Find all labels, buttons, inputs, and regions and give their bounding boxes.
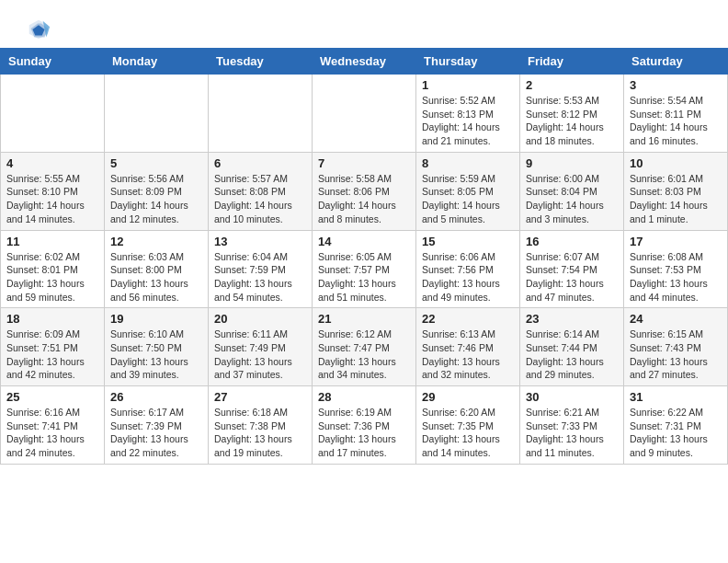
day-number: 23 [526, 312, 618, 326]
day-info: Sunrise: 5:56 AM Sunset: 8:09 PM Dayligh… [110, 172, 202, 226]
calendar-cell: 7Sunrise: 5:58 AM Sunset: 8:06 PM Daylig… [313, 152, 416, 230]
logo [22, 17, 51, 37]
logo-icon [26, 17, 51, 42]
calendar-cell: 26Sunrise: 6:17 AM Sunset: 7:39 PM Dayli… [105, 386, 209, 465]
day-info: Sunrise: 6:18 AM Sunset: 7:38 PM Dayligh… [214, 406, 306, 460]
day-number: 1 [422, 78, 514, 92]
day-number: 24 [630, 312, 722, 326]
calendar-cell: 8Sunrise: 5:59 AM Sunset: 8:05 PM Daylig… [416, 152, 520, 230]
calendar-cell: 13Sunrise: 6:04 AM Sunset: 7:59 PM Dayli… [209, 230, 313, 308]
calendar-cell [1, 75, 105, 153]
day-number: 13 [214, 235, 306, 248]
calendar-cell: 4Sunrise: 5:55 AM Sunset: 8:10 PM Daylig… [1, 152, 105, 230]
calendar-cell: 3Sunrise: 5:54 AM Sunset: 8:11 PM Daylig… [624, 75, 728, 153]
day-number: 26 [110, 390, 202, 404]
calendar-cell: 9Sunrise: 6:00 AM Sunset: 8:04 PM Daylig… [520, 152, 624, 230]
weekday-header: Monday [105, 49, 209, 75]
calendar-cell: 11Sunrise: 6:02 AM Sunset: 8:01 PM Dayli… [1, 230, 105, 308]
day-number: 17 [630, 235, 722, 248]
day-info: Sunrise: 6:00 AM Sunset: 8:04 PM Dayligh… [526, 172, 618, 226]
calendar-week-row: 18Sunrise: 6:09 AM Sunset: 7:51 PM Dayli… [1, 308, 728, 386]
day-number: 20 [214, 312, 306, 326]
weekday-header: Friday [520, 49, 624, 75]
day-number: 30 [526, 390, 618, 404]
day-number: 9 [526, 156, 618, 170]
weekday-header: Sunday [1, 49, 105, 75]
weekday-header: Tuesday [209, 49, 313, 75]
day-info: Sunrise: 6:17 AM Sunset: 7:39 PM Dayligh… [110, 406, 202, 460]
calendar-cell: 22Sunrise: 6:13 AM Sunset: 7:46 PM Dayli… [416, 308, 520, 386]
day-number: 19 [110, 312, 202, 326]
calendar-cell: 1Sunrise: 5:52 AM Sunset: 8:13 PM Daylig… [416, 75, 520, 153]
calendar-cell: 24Sunrise: 6:15 AM Sunset: 7:43 PM Dayli… [624, 308, 728, 386]
calendar-cell: 17Sunrise: 6:08 AM Sunset: 7:53 PM Dayli… [624, 230, 728, 308]
day-number: 4 [6, 156, 98, 170]
day-info: Sunrise: 6:19 AM Sunset: 7:36 PM Dayligh… [318, 406, 410, 460]
calendar-cell: 14Sunrise: 6:05 AM Sunset: 7:57 PM Dayli… [313, 230, 416, 308]
day-number: 16 [526, 235, 618, 248]
calendar-week-row: 4Sunrise: 5:55 AM Sunset: 8:10 PM Daylig… [1, 152, 728, 230]
day-number: 22 [422, 312, 514, 326]
calendar-cell: 2Sunrise: 5:53 AM Sunset: 8:12 PM Daylig… [520, 75, 624, 153]
day-info: Sunrise: 6:02 AM Sunset: 8:01 PM Dayligh… [6, 250, 98, 304]
day-number: 7 [318, 156, 410, 170]
day-info: Sunrise: 6:20 AM Sunset: 7:35 PM Dayligh… [422, 406, 514, 460]
calendar-cell: 30Sunrise: 6:21 AM Sunset: 7:33 PM Dayli… [520, 386, 624, 465]
day-info: Sunrise: 6:01 AM Sunset: 8:03 PM Dayligh… [630, 172, 722, 226]
calendar-cell: 16Sunrise: 6:07 AM Sunset: 7:54 PM Dayli… [520, 230, 624, 308]
calendar-week-row: 25Sunrise: 6:16 AM Sunset: 7:41 PM Dayli… [1, 386, 728, 465]
calendar-cell: 27Sunrise: 6:18 AM Sunset: 7:38 PM Dayli… [209, 386, 313, 465]
day-info: Sunrise: 6:12 AM Sunset: 7:47 PM Dayligh… [318, 327, 410, 382]
calendar-week-row: 11Sunrise: 6:02 AM Sunset: 8:01 PM Dayli… [1, 230, 728, 308]
calendar-cell: 28Sunrise: 6:19 AM Sunset: 7:36 PM Dayli… [313, 386, 416, 465]
day-number: 27 [214, 390, 306, 404]
day-number: 29 [422, 390, 514, 404]
weekday-header: Thursday [416, 49, 520, 75]
day-info: Sunrise: 6:11 AM Sunset: 7:49 PM Dayligh… [214, 327, 306, 382]
page-header [0, 0, 728, 44]
day-number: 25 [6, 390, 98, 404]
day-number: 10 [630, 156, 722, 170]
day-number: 12 [110, 235, 202, 248]
calendar-cell: 29Sunrise: 6:20 AM Sunset: 7:35 PM Dayli… [416, 386, 520, 465]
day-info: Sunrise: 6:21 AM Sunset: 7:33 PM Dayligh… [526, 406, 618, 460]
day-number: 21 [318, 312, 410, 326]
calendar-cell [105, 75, 209, 153]
day-info: Sunrise: 5:53 AM Sunset: 8:12 PM Dayligh… [526, 94, 618, 148]
calendar-cell: 20Sunrise: 6:11 AM Sunset: 7:49 PM Dayli… [209, 308, 313, 386]
calendar-cell: 19Sunrise: 6:10 AM Sunset: 7:50 PM Dayli… [105, 308, 209, 386]
day-number: 2 [526, 78, 618, 92]
day-number: 6 [214, 156, 306, 170]
day-info: Sunrise: 5:59 AM Sunset: 8:05 PM Dayligh… [422, 172, 514, 226]
day-info: Sunrise: 6:07 AM Sunset: 7:54 PM Dayligh… [526, 250, 618, 304]
day-number: 31 [630, 390, 722, 404]
calendar-header-row: SundayMondayTuesdayWednesdayThursdayFrid… [1, 49, 728, 75]
weekday-header: Wednesday [313, 49, 416, 75]
day-info: Sunrise: 5:57 AM Sunset: 8:08 PM Dayligh… [214, 172, 306, 226]
calendar-cell: 12Sunrise: 6:03 AM Sunset: 8:00 PM Dayli… [105, 230, 209, 308]
day-info: Sunrise: 6:13 AM Sunset: 7:46 PM Dayligh… [422, 327, 514, 382]
day-info: Sunrise: 5:52 AM Sunset: 8:13 PM Dayligh… [422, 94, 514, 148]
calendar-cell: 18Sunrise: 6:09 AM Sunset: 7:51 PM Dayli… [1, 308, 105, 386]
calendar-cell: 21Sunrise: 6:12 AM Sunset: 7:47 PM Dayli… [313, 308, 416, 386]
calendar-cell: 23Sunrise: 6:14 AM Sunset: 7:44 PM Dayli… [520, 308, 624, 386]
day-number: 5 [110, 156, 202, 170]
calendar-cell [313, 75, 416, 153]
calendar-cell: 5Sunrise: 5:56 AM Sunset: 8:09 PM Daylig… [105, 152, 209, 230]
day-info: Sunrise: 6:05 AM Sunset: 7:57 PM Dayligh… [318, 250, 410, 304]
day-info: Sunrise: 6:10 AM Sunset: 7:50 PM Dayligh… [110, 327, 202, 382]
day-number: 14 [318, 235, 410, 248]
day-info: Sunrise: 6:16 AM Sunset: 7:41 PM Dayligh… [6, 406, 98, 460]
day-number: 11 [6, 235, 98, 248]
day-number: 18 [6, 312, 98, 326]
calendar-cell: 25Sunrise: 6:16 AM Sunset: 7:41 PM Dayli… [1, 386, 105, 465]
calendar-cell: 31Sunrise: 6:22 AM Sunset: 7:31 PM Dayli… [624, 386, 728, 465]
calendar-cell [209, 75, 313, 153]
day-info: Sunrise: 6:04 AM Sunset: 7:59 PM Dayligh… [214, 250, 306, 304]
day-info: Sunrise: 6:22 AM Sunset: 7:31 PM Dayligh… [630, 406, 722, 460]
day-info: Sunrise: 6:08 AM Sunset: 7:53 PM Dayligh… [630, 250, 722, 304]
day-info: Sunrise: 5:58 AM Sunset: 8:06 PM Dayligh… [318, 172, 410, 226]
day-number: 3 [630, 78, 722, 92]
day-info: Sunrise: 6:09 AM Sunset: 7:51 PM Dayligh… [6, 327, 98, 382]
day-info: Sunrise: 6:15 AM Sunset: 7:43 PM Dayligh… [630, 327, 722, 382]
